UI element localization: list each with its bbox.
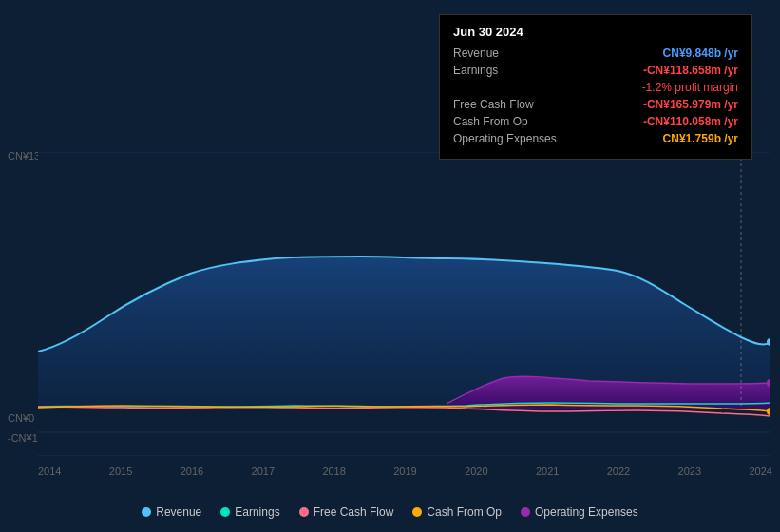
legend-earnings-label: Earnings (235, 505, 279, 519)
legend-revenue-dot (142, 507, 151, 517)
x-label-2024: 2024 (749, 466, 771, 477)
tooltip-fcf-row: Free Cash Flow -CN¥165.979m /yr (453, 98, 738, 111)
legend-cashop-label: Cash From Op (427, 505, 502, 519)
y-label-zero: CN¥0 (8, 412, 34, 424)
tooltip-opex-row: Operating Expenses CN¥1.759b /yr (453, 132, 738, 145)
tooltip-profit-margin-row: -1.2% profit margin (453, 81, 738, 94)
legend-opex[interactable]: Operating Expenses (521, 505, 638, 519)
x-label-2021: 2021 (536, 466, 559, 477)
legend-cashop-dot (412, 507, 422, 517)
x-label-2023: 2023 (678, 466, 701, 477)
tooltip-cashop-value: -CN¥110.058m /yr (643, 115, 738, 128)
x-label-2018: 2018 (322, 466, 345, 477)
tooltip-fcf-label: Free Cash Flow (453, 98, 643, 111)
x-label-2016: 2016 (181, 466, 203, 477)
legend-fcf-dot (299, 507, 309, 517)
legend-earnings[interactable]: Earnings (220, 505, 279, 519)
x-axis-labels: 2014 2015 2016 2017 2018 2019 2020 2021 … (38, 466, 772, 477)
tooltip-earnings-row: Earnings -CN¥118.658m /yr (453, 64, 738, 77)
tooltip-cashop-row: Cash From Op -CN¥110.058m /yr (453, 115, 738, 128)
x-label-2017: 2017 (252, 466, 275, 477)
tooltip-revenue-value: CN¥9.848b /yr (663, 47, 738, 60)
x-label-2019: 2019 (393, 466, 416, 477)
chart-svg (38, 152, 770, 456)
tooltip-box: Jun 30 2024 Revenue CN¥9.848b /yr Earnin… (439, 14, 752, 160)
legend-opex-dot (521, 507, 530, 517)
chart-legend: Revenue Earnings Free Cash Flow Cash Fro… (0, 505, 780, 519)
legend-revenue[interactable]: Revenue (142, 505, 201, 519)
legend-earnings-dot (220, 507, 230, 517)
tooltip-earnings-value: -CN¥118.658m /yr (643, 64, 738, 77)
tooltip-earnings-label: Earnings (453, 64, 643, 77)
legend-opex-label: Operating Expenses (535, 505, 638, 519)
tooltip-cashop-label: Cash From Op (453, 115, 643, 128)
legend-revenue-label: Revenue (156, 505, 201, 519)
legend-cashop[interactable]: Cash From Op (412, 505, 502, 519)
x-label-2014: 2014 (38, 466, 61, 477)
tooltip-date: Jun 30 2024 (453, 25, 738, 39)
tooltip-revenue-label: Revenue (453, 47, 663, 60)
legend-fcf[interactable]: Free Cash Flow (299, 505, 394, 519)
x-label-2015: 2015 (109, 466, 132, 477)
legend-fcf-label: Free Cash Flow (314, 505, 394, 519)
tooltip-opex-label: Operating Expenses (453, 132, 663, 145)
tooltip-revenue-row: Revenue CN¥9.848b /yr (453, 47, 738, 60)
x-label-2020: 2020 (465, 466, 487, 477)
tooltip-profit-margin-value: -1.2% profit margin (642, 81, 738, 94)
tooltip-fcf-value: -CN¥165.979m /yr (643, 98, 738, 111)
x-label-2022: 2022 (607, 466, 630, 477)
tooltip-opex-value: CN¥1.759b /yr (663, 132, 738, 145)
chart-container: Jun 30 2024 Revenue CN¥9.848b /yr Earnin… (0, 0, 780, 532)
